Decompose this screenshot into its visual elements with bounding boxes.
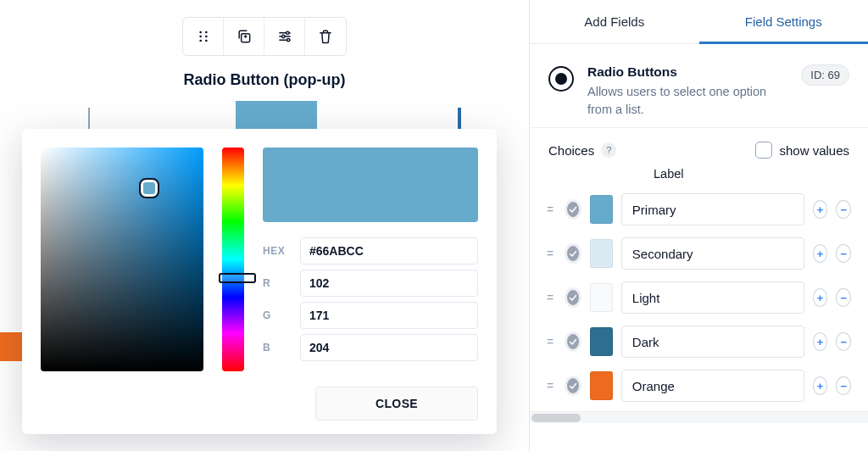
help-icon[interactable]: ? (601, 142, 616, 158)
choice-swatch[interactable] (590, 195, 613, 224)
drag-icon[interactable]: = (547, 203, 556, 216)
hex-label: HEX (263, 245, 292, 257)
choice-row: =+− (547, 231, 851, 276)
hue-thumb[interactable] (219, 273, 256, 283)
g-label: G (263, 309, 292, 321)
drag-handle-button[interactable] (183, 18, 224, 55)
choice-list: =+−=+−=+−=+−=+− (530, 187, 868, 408)
field-type-name: Radio Buttons (587, 64, 787, 80)
remove-choice-button[interactable]: − (836, 376, 851, 395)
default-toggle[interactable] (565, 243, 581, 264)
svg-point-1 (205, 31, 208, 34)
close-button[interactable]: CLOSE (315, 387, 478, 420)
choice-label-input[interactable] (621, 237, 804, 270)
remove-choice-button[interactable]: − (836, 244, 851, 263)
preview-mark (88, 108, 90, 131)
choice-swatch[interactable] (590, 239, 613, 268)
choice-row: =+− (547, 187, 851, 231)
drag-icon[interactable]: = (547, 247, 556, 260)
svg-point-9 (287, 39, 289, 42)
add-choice-button[interactable]: + (813, 244, 828, 263)
remove-choice-button[interactable]: − (836, 332, 851, 351)
delete-button[interactable] (305, 18, 346, 55)
field-toolbar (0, 0, 529, 56)
color-picker-modal: HEX R G B (22, 129, 497, 434)
drag-icon[interactable]: = (547, 379, 556, 393)
hue-slider[interactable] (222, 148, 244, 371)
saturation-cursor[interactable] (141, 180, 158, 197)
canvas-area: Radio Button (pop-up) HEX (0, 0, 529, 451)
tab-field-settings[interactable]: Field Settings (699, 0, 869, 43)
choices-label: Choices (548, 143, 594, 158)
svg-point-7 (286, 31, 288, 34)
r-input[interactable] (300, 270, 478, 297)
add-choice-button[interactable]: + (813, 332, 828, 351)
default-toggle[interactable] (565, 287, 581, 308)
show-values-label: show values (779, 143, 849, 158)
choice-row: =+− (547, 320, 851, 364)
drag-icon[interactable]: = (547, 291, 556, 304)
radio-icon (548, 66, 574, 92)
choice-swatch[interactable] (590, 327, 613, 356)
field-id-badge: ID: 69 (801, 64, 849, 86)
choice-swatch[interactable] (590, 371, 613, 400)
label-column-header: Label (530, 162, 868, 187)
remove-choice-button[interactable]: − (836, 200, 851, 219)
choice-swatch[interactable] (590, 283, 613, 312)
svg-point-5 (205, 40, 208, 42)
saturation-field[interactable] (41, 148, 203, 371)
duplicate-button[interactable] (224, 18, 264, 55)
g-input[interactable] (300, 302, 478, 329)
choice-row: =+− (547, 364, 851, 408)
choice-row: =+− (547, 276, 851, 320)
choice-label-input[interactable] (621, 193, 804, 226)
settings-button[interactable] (264, 18, 305, 55)
color-preview-swatch (263, 148, 478, 222)
r-label: R (263, 277, 292, 289)
b-input[interactable] (300, 334, 478, 361)
add-choice-button[interactable]: + (813, 200, 828, 219)
choice-label-input[interactable] (621, 326, 804, 358)
preview-swatch-orange (0, 332, 22, 361)
add-choice-button[interactable]: + (813, 288, 828, 307)
b-label: B (263, 342, 292, 354)
svg-point-8 (281, 35, 284, 37)
tabs: Add Fields Field Settings (530, 0, 868, 44)
field-title: Radio Button (pop-up) (0, 71, 529, 89)
svg-point-3 (205, 36, 208, 38)
choice-label-input[interactable] (621, 281, 804, 314)
preview-mark (458, 108, 461, 131)
show-values-toggle[interactable]: show values (755, 142, 849, 159)
add-choice-button[interactable]: + (813, 376, 828, 395)
remove-choice-button[interactable]: − (836, 288, 851, 307)
hex-input[interactable] (300, 237, 478, 264)
default-toggle[interactable] (565, 331, 581, 352)
horizontal-scrollbar[interactable] (530, 411, 868, 423)
show-values-checkbox[interactable] (755, 142, 772, 159)
settings-panel: Add Fields Field Settings Radio Buttons … (529, 0, 868, 451)
svg-point-4 (199, 40, 202, 42)
default-toggle[interactable] (565, 199, 581, 220)
scrollbar-thumb[interactable] (531, 414, 581, 422)
svg-point-2 (199, 36, 202, 38)
tab-add-fields[interactable]: Add Fields (530, 0, 699, 43)
svg-point-0 (199, 31, 202, 34)
field-type-desc: Allows users to select one option from a… (587, 83, 787, 119)
choice-label-input[interactable] (621, 370, 804, 402)
default-toggle[interactable] (565, 376, 581, 396)
drag-icon[interactable]: = (547, 335, 556, 348)
